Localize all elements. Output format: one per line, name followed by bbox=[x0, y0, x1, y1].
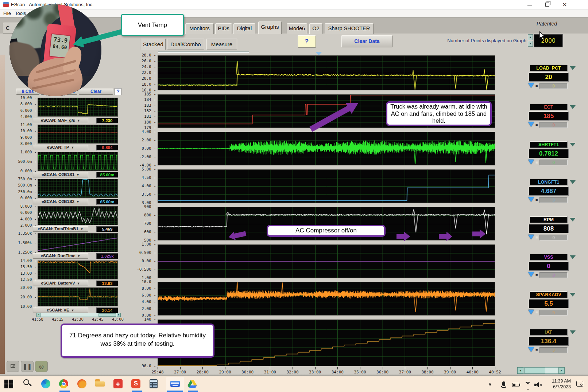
left-scrollbar-thumb[interactable] bbox=[98, 313, 116, 317]
position-marker-icon[interactable] bbox=[316, 52, 322, 55]
mini-chart-label[interactable]: eSCAN: O2B1S2▼ bbox=[33, 199, 88, 204]
snagit-icon[interactable]: S bbox=[131, 379, 141, 389]
tab-pids[interactable]: PIDs bbox=[215, 23, 232, 34]
edit-button[interactable] bbox=[7, 361, 19, 372]
menu-tools[interactable]: Tools bbox=[15, 11, 26, 16]
tab-o2[interactable]: O2 bbox=[309, 23, 322, 34]
help-button[interactable]: ? bbox=[298, 35, 316, 48]
file-explorer-icon[interactable] bbox=[95, 379, 105, 389]
equals-label: = bbox=[535, 235, 538, 240]
param-dropdown-icon[interactable] bbox=[570, 105, 576, 109]
battery-icon[interactable] bbox=[512, 383, 519, 387]
microphone-icon[interactable] bbox=[501, 381, 506, 388]
param-dropdown-icon[interactable] bbox=[570, 218, 576, 222]
left-time-label: 42:45 bbox=[92, 317, 104, 321]
edge-icon[interactable] bbox=[41, 379, 51, 389]
tab-sharp-shooter[interactable]: Sharp SHOOTER bbox=[325, 23, 374, 34]
scrollbar-right-arrow-icon[interactable]: ▸ bbox=[117, 313, 121, 317]
notifications-icon[interactable] bbox=[576, 381, 583, 387]
mini-chart-label[interactable]: eSCAN: VE▼ bbox=[33, 307, 88, 313]
mouse-cursor bbox=[539, 31, 546, 41]
left-clear-button[interactable]: Clear bbox=[79, 89, 113, 95]
param-cursor-icon[interactable] bbox=[528, 160, 534, 164]
axis-tick-label: 13.50 - bbox=[10, 264, 36, 269]
mini-chart-label[interactable]: eSCAN: TP▼ bbox=[33, 145, 88, 150]
param-dropdown-icon[interactable] bbox=[570, 143, 576, 146]
volume-muted-icon[interactable]: ✕ bbox=[535, 382, 539, 387]
menu-file[interactable]: File bbox=[3, 11, 11, 16]
subtab-dual-combo[interactable]: Dual/Combo bbox=[167, 39, 204, 50]
chrome-icon[interactable] bbox=[59, 379, 69, 389]
firefox-icon[interactable] bbox=[77, 379, 87, 389]
running-indicator-snagit bbox=[132, 391, 142, 392]
graph-scrollbar-thumb[interactable] bbox=[524, 368, 545, 373]
param-label: LONGFT1 bbox=[530, 179, 568, 185]
param-cursor-icon[interactable] bbox=[528, 235, 534, 239]
minimize-button[interactable] bbox=[524, 1, 535, 8]
position-indicator-bar[interactable] bbox=[158, 51, 249, 53]
mini-chart-label[interactable]: eSCAN: O2B1S1▼ bbox=[33, 172, 88, 177]
param-cursor-icon[interactable] bbox=[528, 272, 534, 277]
mini-chart-label[interactable]: eSCAN: TotalTrimB1▼ bbox=[33, 226, 88, 232]
subtab-measure[interactable]: Measure bbox=[206, 39, 237, 50]
axis-tick-label: 0.00 - bbox=[131, 259, 156, 263]
record-button[interactable]: ◎ bbox=[35, 361, 48, 372]
windows-start-icon[interactable] bbox=[4, 379, 14, 389]
x-tick bbox=[450, 367, 450, 369]
param-cursor-icon[interactable] bbox=[528, 310, 534, 314]
x-tick bbox=[293, 367, 293, 369]
points-spin-down[interactable]: ▼ bbox=[528, 41, 533, 47]
param-cursor-value: 0 bbox=[539, 272, 568, 278]
equals-label: = bbox=[535, 160, 538, 165]
param-cursor-icon[interactable] bbox=[528, 122, 534, 127]
tab-mode6[interactable]: Mode6 bbox=[287, 23, 307, 34]
left-help-button[interactable]: ? bbox=[115, 88, 121, 95]
mini-chart-label[interactable]: eSCAN: MAF_g/s▼ bbox=[33, 118, 88, 123]
escan-taskbar-icon[interactable] bbox=[170, 379, 180, 389]
mini-chart-label[interactable]: eSCAN: BatteryV▼ bbox=[33, 281, 88, 286]
restore-button[interactable] bbox=[542, 1, 553, 8]
close-button[interactable]: ✕ bbox=[559, 1, 570, 8]
param-dropdown-icon[interactable] bbox=[570, 293, 576, 297]
x-tick bbox=[495, 367, 495, 369]
pause-button[interactable]: ❚❚ bbox=[21, 361, 34, 372]
param-dropdown-icon[interactable] bbox=[570, 66, 576, 70]
points-spin-up[interactable]: ▲ bbox=[528, 34, 533, 40]
search-icon[interactable] bbox=[23, 379, 33, 389]
param-cursor-icon[interactable] bbox=[528, 347, 534, 352]
calculator-icon[interactable] bbox=[150, 379, 159, 389]
param-dropdown-icon[interactable] bbox=[570, 180, 576, 184]
mini-chart-label[interactable]: eSCAN: RunTime▼ bbox=[33, 253, 88, 259]
param-cursor-value: 0 bbox=[539, 160, 568, 165]
google-drive-icon[interactable] bbox=[187, 379, 197, 389]
tab-monitors[interactable]: Monitors bbox=[185, 23, 214, 34]
tray-expand-icon[interactable]: ∧ bbox=[488, 381, 492, 387]
param-cursor-value: 0 bbox=[539, 235, 568, 240]
left-time-label: 43:00 bbox=[112, 317, 124, 321]
mini-chart-value: 20.14 bbox=[96, 307, 118, 313]
clock[interactable]: 11:39 AM6/7/2023 bbox=[546, 378, 571, 390]
graph-scrollbar-right-icon[interactable]: ▸ bbox=[558, 367, 565, 374]
x-tick bbox=[225, 367, 225, 369]
mini-chart-1 bbox=[38, 98, 118, 117]
tab-graphs[interactable]: Graphs bbox=[258, 21, 282, 34]
clear-data-button[interactable]: Clear Data bbox=[341, 35, 392, 47]
graph-scrollbar-left-icon[interactable]: ◂ bbox=[517, 367, 523, 374]
remote-app-icon[interactable]: ◈ bbox=[113, 379, 123, 389]
axis-tick-label: 250.0m - bbox=[10, 189, 36, 194]
param-cursor-icon[interactable] bbox=[528, 83, 534, 88]
axis-tick-label: 800 - bbox=[131, 213, 156, 217]
param-cursor-icon[interactable] bbox=[528, 197, 534, 202]
axis-tick-label: 13.00 - bbox=[10, 271, 36, 275]
points-value[interactable]: 2000 bbox=[534, 34, 563, 47]
param-dropdown-icon[interactable] bbox=[570, 255, 576, 259]
x-tick bbox=[428, 367, 428, 369]
axis-tick-label: 4.00 - bbox=[131, 129, 156, 134]
param-dropdown-icon[interactable] bbox=[570, 330, 576, 334]
scrollbar-left-arrow-icon[interactable]: ◂ bbox=[36, 313, 40, 317]
tab-digital[interactable]: Digital bbox=[233, 23, 255, 34]
wifi-icon[interactable] bbox=[525, 382, 531, 390]
subtab-stacked[interactable]: Stacked bbox=[141, 39, 166, 50]
annotation-ac-compressor: AC Compressor off/on bbox=[267, 225, 386, 237]
axis-tick-label: 900 - bbox=[131, 204, 156, 209]
